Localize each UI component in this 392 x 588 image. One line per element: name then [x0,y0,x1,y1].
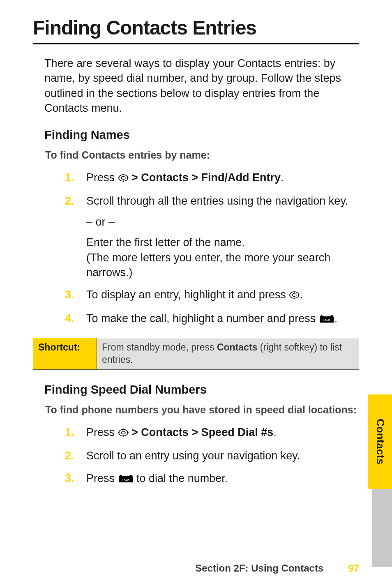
step-1-path: > Contacts > Find/Add Entry [131,171,281,184]
sd-step-1-prefix: Press [86,426,115,438]
footer-page-number: 97 [348,563,359,574]
step-3-suffix: . [300,288,303,301]
sd-step-1: Press > Contacts > Speed Dial #s. [65,425,359,441]
talk-key-icon: TALK [118,472,134,487]
side-tab: Contacts [368,394,392,489]
step-2-or: – or – [86,214,359,229]
step-1-period: . [281,171,284,184]
sd-step-1-path: > Contacts > Speed Dial #s [131,426,273,438]
nav-key-icon [289,288,300,303]
lead-line-names: To find Contacts entries by name: [45,149,359,161]
step-2-text: Scroll through all the entries using the… [86,195,348,207]
sd-step-3-suffix: to dial the number. [136,472,228,484]
step-3: To display an entry, highlight it and pr… [65,287,359,303]
side-tab-label: Contacts [374,419,387,464]
step-3-prefix: To display an entry, highlight it and pr… [86,288,286,301]
section-heading-names: Finding Names [44,128,359,142]
sd-step-2-text: Scroll to an entry using your navigation… [86,450,300,462]
step-2-alt2: (The more letters you enter, the more yo… [86,251,330,279]
svg-point-14 [121,431,125,434]
section-heading-speeddial: Finding Speed Dial Numbers [44,383,359,397]
step-2: Scroll through all the entries using the… [65,194,359,280]
svg-point-1 [121,176,125,179]
sd-step-3-prefix: Press [86,472,115,484]
step-1-prefix: Press [86,171,115,184]
svg-text:TALK: TALK [323,318,330,321]
title-rule [33,43,359,44]
talk-key-icon: TALK [319,312,334,327]
step-4-prefix: To make the call, highlight a number and… [86,312,316,325]
shortcut-text-bold: Contacts [217,342,257,353]
shortcut-content: From standby mode, press Contacts (right… [97,338,359,370]
step-4-suffix: . [334,312,338,325]
page-title: Finding Contacts Entries [33,16,359,39]
shortcut-label: Shortcut: [33,338,97,370]
intro-paragraph: There are several ways to display your C… [44,56,359,116]
step-4: To make the call, highlight a number and… [65,311,359,327]
lead-line-speeddial: To find phone numbers you have stored in… [45,404,359,416]
shortcut-box: Shortcut: From standby mode, press Conta… [33,338,359,370]
steps-list-names: Press > Contacts > Find/Add Entry. Scrol… [33,170,359,327]
sd-step-2: Scroll to an entry using your navigation… [65,448,359,463]
footer-section: Section 2F: Using Contacts [195,563,323,574]
steps-list-speeddial: Press > Contacts > Speed Dial #s. Scroll… [33,425,359,487]
svg-text:TALK: TALK [122,478,129,481]
svg-point-0 [119,175,128,181]
sd-step-1-period: . [273,426,277,438]
sd-step-3: Press TALK to dial the number. [65,471,359,487]
svg-point-7 [292,294,296,297]
nav-key-icon [118,426,129,441]
side-tab-grey [372,489,392,567]
step-2-alt1: Enter the first letter of the name. [86,235,359,250]
step-1: Press > Contacts > Find/Add Entry. [65,170,359,186]
svg-point-6 [290,292,299,298]
page: Finding Contacts Entries There are sever… [0,0,392,588]
nav-key-icon [118,171,129,186]
page-footer: Section 2F: Using Contacts 97 [195,563,359,574]
shortcut-text-prefix: From standby mode, press [102,342,217,353]
svg-point-13 [119,429,128,436]
